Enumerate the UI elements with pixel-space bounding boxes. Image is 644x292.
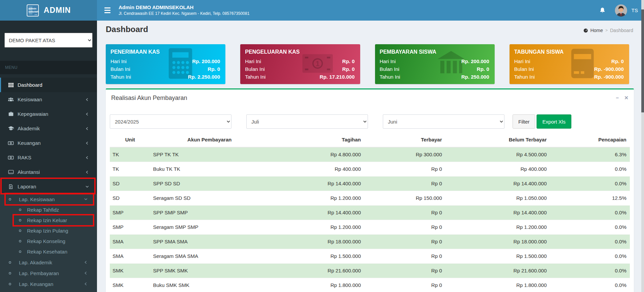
filter-button[interactable]: Filter bbox=[513, 114, 535, 129]
info-box-row: Bulan IniRp. -900.000 bbox=[514, 65, 624, 73]
collapse-icon[interactable]: − bbox=[616, 95, 619, 101]
sidebar-item-kesiswaan[interactable]: Kesiswaan bbox=[0, 92, 97, 107]
table-cell: Buku TK TK bbox=[150, 162, 269, 176]
table-cell: Rp 1.500.000 bbox=[269, 249, 365, 263]
brand-logo[interactable]: admin sekolah .net ADMIN bbox=[0, 0, 97, 21]
table-cell: Rp 14.400.000 bbox=[446, 205, 551, 220]
sidebar-toggle-button[interactable] bbox=[103, 6, 112, 15]
info-box-tabungan-siswa: TABUNGAN SISWAHari IniRp. 0Bulan IniRp. … bbox=[510, 44, 629, 84]
breadcrumb: Home > Dashboard bbox=[583, 28, 633, 33]
main-content: Dashboard Home > Dashboard PENERIMAAN KA… bbox=[97, 21, 644, 292]
sidebar-item-akademik[interactable]: Akademik bbox=[0, 121, 97, 136]
table-cell: 0.0% bbox=[551, 263, 630, 278]
table-cell: Rp 1.200.000 bbox=[269, 220, 365, 234]
info-box-row-value: Rp. 0 bbox=[611, 57, 624, 65]
month-end-select[interactable]: Juni bbox=[383, 114, 504, 129]
month-start-select[interactable]: Juli bbox=[246, 114, 368, 129]
chevron-left-icon bbox=[85, 112, 90, 116]
breadcrumb-current: Dashboard bbox=[610, 28, 634, 33]
info-boxes-row: PENERIMAAN KASHari IniRp. 200.000Bulan I… bbox=[106, 44, 644, 84]
sidebar-item-rekap-kesehatan[interactable]: Rekap Kesehatan bbox=[0, 246, 97, 257]
info-box-row: Hari IniRp. 200.000 bbox=[380, 57, 489, 65]
close-icon[interactable]: ✕ bbox=[624, 95, 628, 101]
table-cell: Rp 14.400.000 bbox=[269, 176, 365, 191]
sidebar-item-keuangan[interactable]: Keuangan bbox=[0, 136, 97, 150]
user-initials: TS bbox=[631, 7, 638, 13]
table-cell: 0.0% bbox=[551, 176, 630, 191]
sidebar-item-rekap-izin-pulang[interactable]: Rekap Izin Pulang bbox=[0, 225, 97, 236]
svg-text:sekolah: sekolah bbox=[28, 10, 39, 13]
table-cell: Rp 0 bbox=[365, 249, 446, 263]
info-box-row: Bulan IniRp. 0 bbox=[110, 65, 220, 73]
table-cell: SPP SD SD bbox=[150, 176, 269, 191]
dashboard-grid-icon bbox=[7, 82, 15, 88]
export-xls-button[interactable]: Export Xls bbox=[537, 114, 571, 129]
sidebar-item-rekap-tahfidz[interactable]: Rekap Tahfidz bbox=[0, 205, 97, 215]
sidebar-item-lap-keuangan[interactable]: Lap. Keuangan bbox=[0, 278, 97, 289]
table-cell: Rp 0 bbox=[365, 205, 446, 220]
info-box-row: Tahun IniRp. 250.000 bbox=[380, 73, 489, 81]
sidebar-item-lap-akademik[interactable]: Lap. Akademik bbox=[0, 257, 97, 268]
circle-icon bbox=[7, 271, 12, 275]
sidebar-item-dashboard[interactable]: Dashboard bbox=[0, 78, 97, 92]
table-row: SDSPP SD SDRp 14.400.000Rp 0Rp 14.400.00… bbox=[110, 176, 630, 191]
table-cell: SD bbox=[110, 176, 150, 191]
table-cell: Seragam SMA SMA bbox=[150, 249, 269, 263]
sidebar-item-lap-tabungan[interactable]: Lap. Tabungan bbox=[0, 289, 97, 292]
user-menu[interactable]: TS bbox=[615, 4, 638, 17]
chevron-left-icon bbox=[83, 271, 88, 275]
table-cell: Rp 18.000.000 bbox=[269, 234, 365, 249]
table-cell: 12.5% bbox=[551, 191, 630, 205]
info-box-title: PENGELUARAN KAS bbox=[245, 49, 354, 55]
info-box-pembayaran-siswa: PEMBAYARAN SISWAHari IniRp. 200.000Bulan… bbox=[375, 44, 495, 84]
table-cell: Rp 0 bbox=[365, 263, 446, 278]
users-icon bbox=[7, 97, 15, 103]
avatar bbox=[615, 4, 627, 17]
breadcrumb-home-link[interactable]: Home bbox=[583, 28, 603, 33]
chevron-left-icon bbox=[85, 97, 90, 102]
circle-icon bbox=[18, 239, 22, 243]
graduation-cap-icon bbox=[7, 125, 15, 132]
table-row: SMASPP SMA SMARp 18.000.000Rp 0Rp 18.000… bbox=[110, 234, 630, 249]
notifications-bell-icon[interactable] bbox=[599, 7, 606, 14]
sidebar-item-rekap-izin-keluar[interactable]: Rekap Izin Keluar bbox=[0, 215, 97, 225]
info-box-title: PEMBAYARAN SISWA bbox=[380, 49, 489, 55]
sidebar-item-laporan[interactable]: Laporan bbox=[0, 179, 97, 194]
app-window: admin sekolah .net ADMIN Admin DEMO ADMI… bbox=[0, 0, 644, 292]
info-box-row: Tahun IniRp. 2.250.000 bbox=[110, 73, 220, 81]
sidebar-item-rekap-konseling[interactable]: Rekap Konseling bbox=[0, 236, 97, 246]
sidebar-item-label: Akuntansi bbox=[18, 169, 40, 175]
sidebar-item-lap-kesiswaan[interactable]: Lap. Kesiswaan bbox=[0, 194, 97, 205]
table-cell: Seragam SD SD bbox=[150, 191, 269, 205]
circle-icon bbox=[18, 208, 22, 212]
sidebar-item-label: Keuangan bbox=[18, 140, 41, 146]
window-scrollbar[interactable] bbox=[641, 0, 644, 292]
info-box-row-label: Tahun Ini bbox=[110, 73, 131, 81]
scrollbar-thumb[interactable] bbox=[641, 9, 644, 112]
column-header-terbayar: Terbayar bbox=[365, 132, 446, 147]
table-cell: Rp 4.800.000 bbox=[269, 147, 365, 162]
panel-title: Realisasi Akun Pembayaran bbox=[111, 95, 187, 102]
table-cell: Rp 1.500.000 bbox=[446, 249, 551, 263]
info-box-row-label: Bulan Ini bbox=[245, 65, 265, 73]
sidebar-item-akuntansi[interactable]: Akuntansi bbox=[0, 165, 97, 179]
table-cell: Rp 400.000 bbox=[269, 162, 365, 176]
sidebar-item-lap-pembayaran[interactable]: Lap. Pembayaran bbox=[0, 268, 97, 278]
info-box-penerimaan-kas: PENERIMAAN KASHari IniRp. 200.000Bulan I… bbox=[106, 44, 225, 84]
circle-icon bbox=[18, 249, 22, 254]
sidebar-item-label: Lap. Kesiswaan bbox=[19, 196, 55, 202]
table-cell: Buku SMK SMK bbox=[150, 278, 269, 292]
table-cell: TK bbox=[110, 162, 150, 176]
sidebar-item-raks[interactable]: RAKS bbox=[0, 150, 97, 165]
table-cell: Rp 0 bbox=[365, 162, 446, 176]
sidebar-item-kepegawaian[interactable]: Kepegawaian bbox=[0, 107, 97, 121]
table-cell: SPP SMA SMA bbox=[150, 234, 269, 249]
table-cell: SMA bbox=[110, 249, 150, 263]
info-box-row-value: Rp. 0 bbox=[342, 57, 355, 65]
table-cell: TK bbox=[110, 147, 150, 162]
school-select[interactable]: DEMO PAKET ATAS bbox=[4, 33, 93, 48]
table-row: SMASeragam SMA SMARp 1.500.000Rp 0Rp 1.5… bbox=[110, 249, 630, 263]
school-name: Admin DEMO ADMINSEKOLAH bbox=[119, 4, 249, 11]
sidebar-item-label: Rekap Izin Keluar bbox=[27, 217, 67, 223]
year-select[interactable]: 2024/2025 bbox=[110, 114, 231, 129]
